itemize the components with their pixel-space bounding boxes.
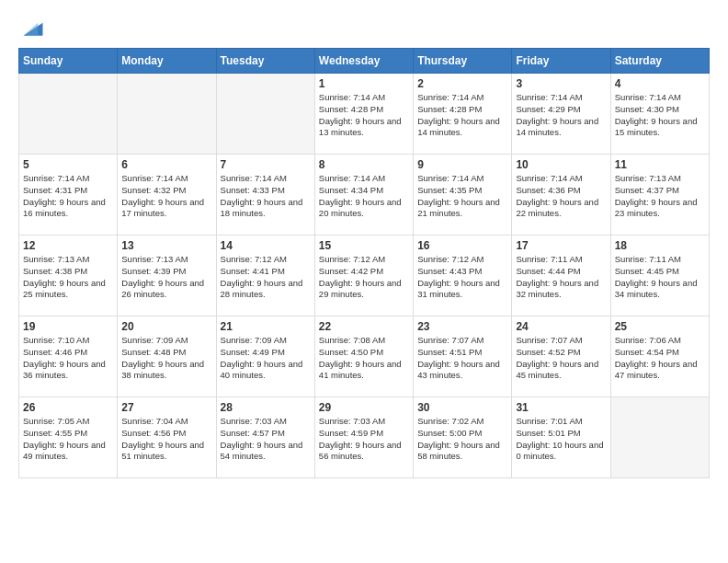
calendar-day-14: 14Sunrise: 7:12 AMSunset: 4:41 PMDayligh… (216, 236, 314, 316)
day-number: 6 (121, 158, 211, 171)
calendar-day-25: 25Sunrise: 7:06 AMSunset: 4:54 PMDayligh… (610, 316, 709, 397)
weekday-header-thursday: Thursday (414, 49, 512, 74)
calendar-day-13: 13Sunrise: 7:13 AMSunset: 4:39 PMDayligh… (118, 236, 216, 316)
calendar-empty-cell (118, 74, 216, 155)
day-number: 10 (516, 158, 606, 171)
day-info: Sunrise: 7:14 AMSunset: 4:32 PMDaylight:… (121, 173, 211, 220)
calendar-day-8: 8Sunrise: 7:14 AMSunset: 4:34 PMDaylight… (314, 155, 413, 236)
day-info: Sunrise: 7:05 AMSunset: 4:55 PMDaylight:… (23, 416, 113, 463)
calendar-day-17: 17Sunrise: 7:11 AMSunset: 4:44 PMDayligh… (512, 236, 610, 316)
calendar-day-20: 20Sunrise: 7:09 AMSunset: 4:48 PMDayligh… (118, 316, 216, 397)
day-number: 17 (516, 239, 606, 252)
day-number: 5 (23, 158, 113, 171)
day-number: 30 (417, 401, 507, 414)
day-info: Sunrise: 7:14 AMSunset: 4:30 PMDaylight:… (615, 92, 705, 139)
calendar-day-24: 24Sunrise: 7:07 AMSunset: 4:52 PMDayligh… (512, 316, 610, 397)
weekday-header-row: SundayMondayTuesdayWednesdayThursdayFrid… (19, 49, 710, 74)
day-info: Sunrise: 7:11 AMSunset: 4:44 PMDaylight:… (516, 254, 606, 301)
weekday-header-friday: Friday (512, 49, 610, 74)
page: SundayMondayTuesdayWednesdayThursdayFrid… (0, 0, 728, 488)
day-info: Sunrise: 7:04 AMSunset: 4:56 PMDaylight:… (121, 416, 211, 463)
calendar-day-6: 6Sunrise: 7:14 AMSunset: 4:32 PMDaylight… (118, 155, 216, 236)
day-info: Sunrise: 7:02 AMSunset: 5:00 PMDaylight:… (417, 416, 507, 463)
weekday-header-tuesday: Tuesday (216, 49, 314, 74)
calendar-day-15: 15Sunrise: 7:12 AMSunset: 4:42 PMDayligh… (314, 236, 413, 316)
day-number: 18 (615, 239, 705, 252)
calendar-day-19: 19Sunrise: 7:10 AMSunset: 4:46 PMDayligh… (19, 316, 118, 397)
calendar-day-23: 23Sunrise: 7:07 AMSunset: 4:51 PMDayligh… (414, 316, 512, 397)
day-number: 21 (221, 320, 311, 333)
day-info: Sunrise: 7:12 AMSunset: 4:43 PMDaylight:… (417, 254, 507, 301)
day-number: 3 (516, 77, 606, 90)
calendar-day-27: 27Sunrise: 7:04 AMSunset: 4:56 PMDayligh… (118, 397, 216, 478)
calendar-day-10: 10Sunrise: 7:14 AMSunset: 4:36 PMDayligh… (512, 155, 610, 236)
day-info: Sunrise: 7:06 AMSunset: 4:54 PMDaylight:… (615, 335, 705, 382)
day-info: Sunrise: 7:07 AMSunset: 4:52 PMDaylight:… (516, 335, 606, 382)
day-number: 4 (615, 77, 705, 90)
day-number: 25 (615, 320, 705, 333)
calendar-day-3: 3Sunrise: 7:14 AMSunset: 4:29 PMDaylight… (512, 74, 610, 155)
day-info: Sunrise: 7:14 AMSunset: 4:28 PMDaylight:… (319, 92, 409, 139)
calendar-day-4: 4Sunrise: 7:14 AMSunset: 4:30 PMDaylight… (610, 74, 709, 155)
calendar-day-5: 5Sunrise: 7:14 AMSunset: 4:31 PMDaylight… (19, 155, 118, 236)
day-info: Sunrise: 7:13 AMSunset: 4:39 PMDaylight:… (121, 254, 211, 301)
calendar-day-11: 11Sunrise: 7:13 AMSunset: 4:37 PMDayligh… (610, 155, 709, 236)
day-info: Sunrise: 7:09 AMSunset: 4:49 PMDaylight:… (221, 335, 311, 382)
calendar-day-1: 1Sunrise: 7:14 AMSunset: 4:28 PMDaylight… (314, 74, 413, 155)
logo (18, 15, 46, 40)
day-number: 1 (319, 77, 409, 90)
weekday-header-sunday: Sunday (19, 49, 118, 74)
weekday-header-saturday: Saturday (610, 49, 709, 74)
day-number: 11 (615, 158, 705, 171)
calendar-week-4: 19Sunrise: 7:10 AMSunset: 4:46 PMDayligh… (19, 316, 710, 397)
weekday-header-wednesday: Wednesday (314, 49, 413, 74)
day-number: 16 (417, 239, 507, 252)
calendar-day-22: 22Sunrise: 7:08 AMSunset: 4:50 PMDayligh… (314, 316, 413, 397)
day-info: Sunrise: 7:14 AMSunset: 4:35 PMDaylight:… (417, 173, 507, 220)
day-number: 9 (417, 158, 507, 171)
day-info: Sunrise: 7:13 AMSunset: 4:37 PMDaylight:… (615, 173, 705, 220)
weekday-header-monday: Monday (118, 49, 216, 74)
calendar-day-29: 29Sunrise: 7:03 AMSunset: 4:59 PMDayligh… (314, 397, 413, 478)
day-number: 24 (516, 320, 606, 333)
calendar-empty-cell (610, 397, 709, 478)
day-number: 7 (221, 158, 311, 171)
calendar-day-12: 12Sunrise: 7:13 AMSunset: 4:38 PMDayligh… (19, 236, 118, 316)
day-info: Sunrise: 7:14 AMSunset: 4:34 PMDaylight:… (319, 173, 409, 220)
calendar-week-1: 1Sunrise: 7:14 AMSunset: 4:28 PMDaylight… (19, 74, 710, 155)
day-info: Sunrise: 7:12 AMSunset: 4:41 PMDaylight:… (221, 254, 311, 301)
day-info: Sunrise: 7:14 AMSunset: 4:36 PMDaylight:… (516, 173, 606, 220)
day-info: Sunrise: 7:14 AMSunset: 4:31 PMDaylight:… (23, 173, 113, 220)
day-info: Sunrise: 7:01 AMSunset: 5:01 PMDaylight:… (516, 416, 606, 463)
calendar-day-7: 7Sunrise: 7:14 AMSunset: 4:33 PMDaylight… (216, 155, 314, 236)
day-number: 14 (221, 239, 311, 252)
day-info: Sunrise: 7:14 AMSunset: 4:28 PMDaylight:… (417, 92, 507, 139)
calendar-day-2: 2Sunrise: 7:14 AMSunset: 4:28 PMDaylight… (414, 74, 512, 155)
day-number: 8 (319, 158, 409, 171)
calendar-day-30: 30Sunrise: 7:02 AMSunset: 5:00 PMDayligh… (414, 397, 512, 478)
day-number: 13 (121, 239, 211, 252)
day-number: 29 (319, 401, 409, 414)
calendar-day-18: 18Sunrise: 7:11 AMSunset: 4:45 PMDayligh… (610, 236, 709, 316)
day-info: Sunrise: 7:10 AMSunset: 4:46 PMDaylight:… (23, 335, 113, 382)
svg-marker-1 (24, 23, 39, 36)
day-info: Sunrise: 7:03 AMSunset: 4:57 PMDaylight:… (221, 416, 311, 463)
day-info: Sunrise: 7:14 AMSunset: 4:29 PMDaylight:… (516, 92, 606, 139)
day-info: Sunrise: 7:08 AMSunset: 4:50 PMDaylight:… (319, 335, 409, 382)
day-number: 26 (23, 401, 113, 414)
day-info: Sunrise: 7:14 AMSunset: 4:33 PMDaylight:… (221, 173, 311, 220)
calendar-day-21: 21Sunrise: 7:09 AMSunset: 4:49 PMDayligh… (216, 316, 314, 397)
day-number: 28 (221, 401, 311, 414)
day-number: 20 (121, 320, 211, 333)
day-number: 23 (417, 320, 507, 333)
calendar-day-16: 16Sunrise: 7:12 AMSunset: 4:43 PMDayligh… (414, 236, 512, 316)
day-info: Sunrise: 7:13 AMSunset: 4:38 PMDaylight:… (23, 254, 113, 301)
calendar-day-26: 26Sunrise: 7:05 AMSunset: 4:55 PMDayligh… (19, 397, 118, 478)
day-info: Sunrise: 7:03 AMSunset: 4:59 PMDaylight:… (319, 416, 409, 463)
day-info: Sunrise: 7:12 AMSunset: 4:42 PMDaylight:… (319, 254, 409, 301)
calendar-week-5: 26Sunrise: 7:05 AMSunset: 4:55 PMDayligh… (19, 397, 710, 478)
calendar-week-2: 5Sunrise: 7:14 AMSunset: 4:31 PMDaylight… (19, 155, 710, 236)
day-number: 2 (417, 77, 507, 90)
day-number: 31 (516, 401, 606, 414)
calendar-empty-cell (19, 74, 118, 155)
